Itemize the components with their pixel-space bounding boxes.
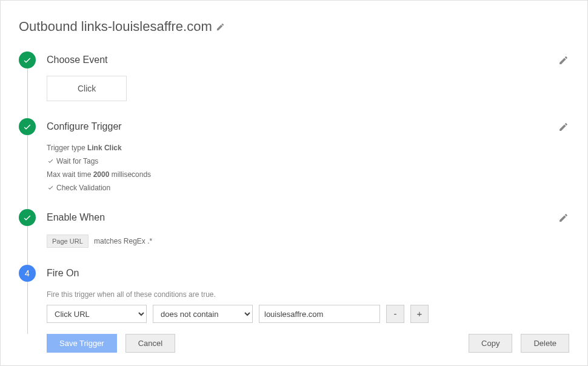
condition-operator-select[interactable]: does not contain bbox=[153, 305, 253, 323]
step-fire-on: 4 Fire On Fire this trigger when all of … bbox=[19, 265, 569, 323]
step-configure-trigger: Configure Trigger Trigger type Link Clic… bbox=[19, 118, 569, 192]
step-title: Enable When bbox=[47, 212, 105, 223]
step-enable-when: Enable When Page URL matches RegEx .* bbox=[19, 209, 569, 248]
rename-icon[interactable] bbox=[216, 22, 226, 32]
cancel-button[interactable]: Cancel bbox=[125, 334, 175, 353]
step-title: Fire On bbox=[47, 268, 79, 279]
step-badge-done bbox=[19, 52, 36, 68]
step-badge-done bbox=[19, 118, 36, 135]
step-badge-done bbox=[19, 209, 36, 226]
trigger-name: Outbound links-louislesaffre.com bbox=[19, 19, 212, 35]
step-choose-event: Choose Event Click bbox=[19, 52, 569, 101]
condition-value-input[interactable] bbox=[259, 305, 380, 323]
delete-button[interactable]: Delete bbox=[521, 334, 569, 353]
copy-button[interactable]: Copy bbox=[469, 334, 512, 353]
title-row: Outbound links-louislesaffre.com bbox=[19, 19, 569, 35]
save-button[interactable]: Save Trigger bbox=[47, 334, 117, 353]
footer: Save Trigger Cancel Copy Delete bbox=[47, 334, 569, 353]
edit-step-button[interactable] bbox=[557, 211, 569, 224]
remove-condition-button[interactable]: - bbox=[386, 305, 404, 323]
condition-variable-select[interactable]: Click URL bbox=[47, 305, 147, 323]
steps: Choose Event Click Configure Trigger bbox=[19, 52, 569, 323]
trigger-editor: Outbound links-louislesaffre.com Choose … bbox=[0, 0, 588, 366]
max-wait-row: Max wait time 2000 milliseconds bbox=[47, 170, 569, 179]
add-condition-button[interactable]: + bbox=[410, 305, 429, 323]
check-validation-row: Check Validation bbox=[47, 184, 569, 192]
check-icon bbox=[47, 158, 54, 165]
fire-on-helper: Fire this trigger when all of these cond… bbox=[47, 290, 569, 299]
step-title: Choose Event bbox=[47, 55, 108, 65]
enable-variable: Page URL bbox=[47, 235, 89, 248]
edit-step-button[interactable] bbox=[557, 54, 569, 66]
step-badge-number: 4 bbox=[19, 265, 36, 282]
event-value: Click bbox=[47, 76, 127, 101]
edit-step-button[interactable] bbox=[557, 121, 569, 133]
wait-for-tags-row: Wait for Tags bbox=[47, 157, 569, 165]
condition-row: Click URL does not contain - + bbox=[47, 305, 569, 323]
enable-condition: matches RegEx .* bbox=[94, 237, 152, 245]
trigger-type-row: Trigger type Link Click bbox=[47, 144, 569, 152]
step-title: Configure Trigger bbox=[47, 121, 122, 132]
check-icon bbox=[47, 184, 54, 191]
